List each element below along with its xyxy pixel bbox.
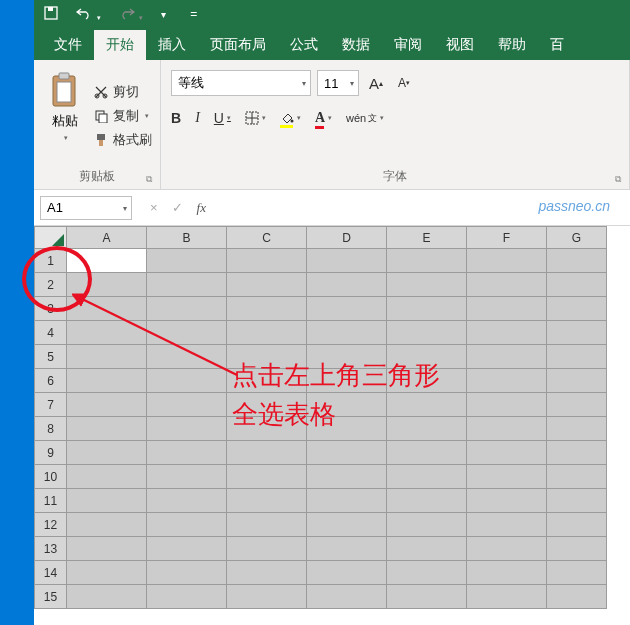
cell-A15[interactable] xyxy=(67,585,147,609)
redo-icon[interactable]: ▾ xyxy=(119,6,144,23)
cell-B15[interactable] xyxy=(147,585,227,609)
cell-A10[interactable] xyxy=(67,465,147,489)
cell-B12[interactable] xyxy=(147,513,227,537)
cell-F9[interactable] xyxy=(467,441,547,465)
cell-G13[interactable] xyxy=(547,537,607,561)
col-header-C[interactable]: C xyxy=(227,227,307,249)
cell-B11[interactable] xyxy=(147,489,227,513)
tab-formula[interactable]: 公式 xyxy=(278,30,330,60)
cell-G3[interactable] xyxy=(547,297,607,321)
row-header-2[interactable]: 2 xyxy=(35,273,67,297)
cell-B6[interactable] xyxy=(147,369,227,393)
cell-C5[interactable] xyxy=(227,345,307,369)
cell-D8[interactable] xyxy=(307,417,387,441)
save-icon[interactable] xyxy=(44,6,58,23)
cell-D1[interactable] xyxy=(307,249,387,273)
cell-C15[interactable] xyxy=(227,585,307,609)
cell-E2[interactable] xyxy=(387,273,467,297)
cell-D3[interactable] xyxy=(307,297,387,321)
cell-C3[interactable] xyxy=(227,297,307,321)
cell-E15[interactable] xyxy=(387,585,467,609)
row-header-12[interactable]: 12 xyxy=(35,513,67,537)
cell-C13[interactable] xyxy=(227,537,307,561)
row-header-1[interactable]: 1 xyxy=(35,249,67,273)
cell-E4[interactable] xyxy=(387,321,467,345)
cell-G4[interactable] xyxy=(547,321,607,345)
cell-E10[interactable] xyxy=(387,465,467,489)
cell-G10[interactable] xyxy=(547,465,607,489)
cell-B7[interactable] xyxy=(147,393,227,417)
copy-button[interactable]: 复制 ▾ xyxy=(94,107,152,125)
cell-E13[interactable] xyxy=(387,537,467,561)
tab-data[interactable]: 数据 xyxy=(330,30,382,60)
increase-font-button[interactable]: A▴ xyxy=(365,72,387,94)
cell-A6[interactable] xyxy=(67,369,147,393)
cell-A5[interactable] xyxy=(67,345,147,369)
cell-E9[interactable] xyxy=(387,441,467,465)
row-header-11[interactable]: 11 xyxy=(35,489,67,513)
underline-button[interactable]: U▾ xyxy=(214,110,231,126)
cell-F12[interactable] xyxy=(467,513,547,537)
cell-G14[interactable] xyxy=(547,561,607,585)
name-box[interactable]: A1 ▾ xyxy=(40,196,132,220)
cell-B5[interactable] xyxy=(147,345,227,369)
cell-A13[interactable] xyxy=(67,537,147,561)
cell-F8[interactable] xyxy=(467,417,547,441)
cell-F5[interactable] xyxy=(467,345,547,369)
cell-A14[interactable] xyxy=(67,561,147,585)
tab-baidu[interactable]: 百 xyxy=(538,30,576,60)
col-header-F[interactable]: F xyxy=(467,227,547,249)
cell-F6[interactable] xyxy=(467,369,547,393)
cell-D15[interactable] xyxy=(307,585,387,609)
phonetic-button[interactable]: wén文 ▾ xyxy=(346,112,384,125)
cell-D7[interactable] xyxy=(307,393,387,417)
fill-color-button[interactable]: ▾ xyxy=(280,111,301,125)
cell-G1[interactable] xyxy=(547,249,607,273)
cell-F11[interactable] xyxy=(467,489,547,513)
row-header-3[interactable]: 3 xyxy=(35,297,67,321)
cell-A9[interactable] xyxy=(67,441,147,465)
cell-C4[interactable] xyxy=(227,321,307,345)
cell-B3[interactable] xyxy=(147,297,227,321)
cell-grid[interactable]: ABCDEFG123456789101112131415 xyxy=(34,226,630,625)
cell-E12[interactable] xyxy=(387,513,467,537)
cell-E5[interactable] xyxy=(387,345,467,369)
cell-F4[interactable] xyxy=(467,321,547,345)
cell-C7[interactable] xyxy=(227,393,307,417)
cell-G15[interactable] xyxy=(547,585,607,609)
cell-A12[interactable] xyxy=(67,513,147,537)
cell-G12[interactable] xyxy=(547,513,607,537)
cell-A11[interactable] xyxy=(67,489,147,513)
cell-G2[interactable] xyxy=(547,273,607,297)
cell-C11[interactable] xyxy=(227,489,307,513)
col-header-E[interactable]: E xyxy=(387,227,467,249)
row-header-10[interactable]: 10 xyxy=(35,465,67,489)
cell-B4[interactable] xyxy=(147,321,227,345)
font-size-select[interactable]: 11 ▾ xyxy=(317,70,359,96)
cell-G7[interactable] xyxy=(547,393,607,417)
col-header-G[interactable]: G xyxy=(547,227,607,249)
tab-home[interactable]: 开始 xyxy=(94,30,146,60)
cell-F1[interactable] xyxy=(467,249,547,273)
cell-A7[interactable] xyxy=(67,393,147,417)
select-all-corner[interactable] xyxy=(35,227,67,249)
tab-insert[interactable]: 插入 xyxy=(146,30,198,60)
cell-B2[interactable] xyxy=(147,273,227,297)
cancel-formula-icon[interactable]: × xyxy=(150,200,158,215)
tab-file[interactable]: 文件 xyxy=(42,30,94,60)
cell-B13[interactable] xyxy=(147,537,227,561)
cell-D6[interactable] xyxy=(307,369,387,393)
cell-F2[interactable] xyxy=(467,273,547,297)
cut-button[interactable]: 剪切 xyxy=(94,83,152,101)
cell-D10[interactable] xyxy=(307,465,387,489)
cell-C12[interactable] xyxy=(227,513,307,537)
border-button[interactable]: ▾ xyxy=(245,111,266,125)
cell-B14[interactable] xyxy=(147,561,227,585)
cell-A2[interactable] xyxy=(67,273,147,297)
row-header-14[interactable]: 14 xyxy=(35,561,67,585)
row-header-15[interactable]: 15 xyxy=(35,585,67,609)
cell-E1[interactable] xyxy=(387,249,467,273)
qat-customize-icon[interactable]: ▾ xyxy=(161,9,166,20)
cell-F14[interactable] xyxy=(467,561,547,585)
cell-A8[interactable] xyxy=(67,417,147,441)
